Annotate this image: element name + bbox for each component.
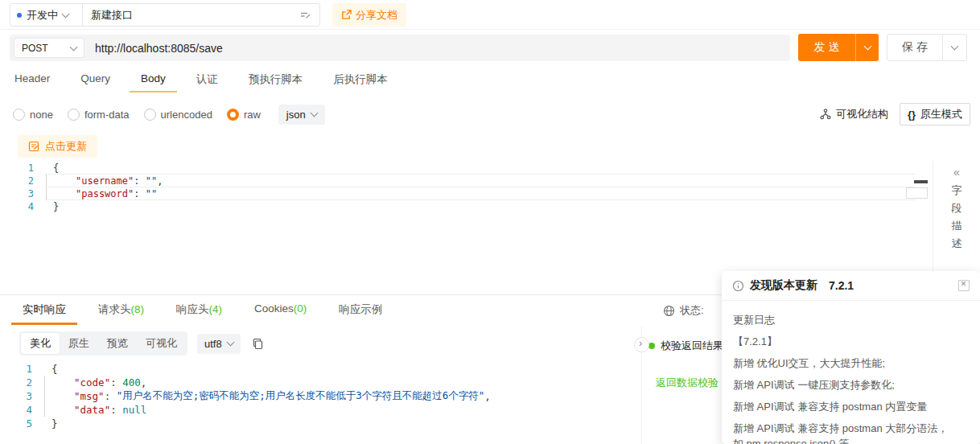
field-description-char: 段: [952, 199, 962, 217]
changelog-line: 如 pm.response.json() 等: [733, 438, 969, 444]
share-icon: [341, 10, 352, 20]
request-tab-后执行脚本[interactable]: 后执行脚本: [322, 68, 399, 92]
method-label: POST: [22, 43, 48, 54]
validation-summary-label: 校验返回结果: [661, 339, 723, 353]
copy-button[interactable]: [252, 338, 264, 350]
code-line: 2"username": "",: [10, 175, 915, 187]
chevron-down-icon: [310, 109, 318, 117]
response-tab-响应头[interactable]: 响应头(4): [165, 295, 233, 325]
method-select[interactable]: POST: [14, 38, 84, 58]
save-options-button[interactable]: [942, 35, 966, 60]
globe-icon: [663, 305, 675, 317]
code-line: 3"password": "": [10, 187, 915, 200]
minimap-marker: [914, 180, 928, 183]
line-number: 4: [19, 404, 43, 416]
line-number: 1: [10, 162, 45, 174]
code-line: 4}: [10, 200, 915, 213]
chevron-down-icon: [70, 43, 78, 51]
radio-label: form-data: [84, 109, 130, 121]
field-description-panel: « 字段描述: [933, 161, 980, 278]
success-dot-icon: [649, 343, 655, 349]
status-dot-icon: [17, 13, 22, 18]
field-description-char: 描: [952, 217, 962, 235]
response-view-segments: 美化原生预览可视化: [19, 331, 187, 356]
copy-icon: [252, 338, 264, 350]
response-tabs: 实时响应请求头(8)响应头(4)Cookies(0)响应示例: [11, 295, 403, 325]
popup-changelog: 更新日志【7.2.1】新增 优化UI交互，大大提升性能;新增 API调试 一键压…: [722, 301, 980, 444]
native-mode-button[interactable]: {} 原生模式: [900, 103, 970, 125]
body-type-radio-raw[interactable]: raw: [227, 109, 261, 121]
version-update-popup: 发现版本更新 7.2.1 更新日志【7.2.1】新增 优化UI交互，大大提升性能…: [722, 271, 980, 444]
request-tab-预执行脚本[interactable]: 预执行脚本: [237, 68, 315, 92]
request-tab-Header[interactable]: Header: [3, 68, 61, 92]
view-segment-预览[interactable]: 预览: [98, 333, 137, 354]
body-type-row: noneform-dataurlencodedraw json 可视化结构 {}…: [13, 102, 970, 126]
chevron-down-icon: [951, 43, 959, 51]
save-button[interactable]: 保 存: [887, 35, 942, 60]
radio-icon: [227, 109, 239, 121]
changelog-line: 新增 优化UI交互，大大提升性能;: [733, 357, 969, 370]
view-segment-原生[interactable]: 原生: [60, 333, 98, 354]
share-doc-button[interactable]: 分享文档: [332, 3, 406, 27]
field-description-chars: 字段描述: [952, 182, 962, 253]
encoding-select[interactable]: utf8: [197, 334, 241, 354]
validation-link[interactable]: 返回数据校验: [656, 376, 719, 390]
response-tab-实时响应[interactable]: 实时响应: [11, 295, 77, 325]
status-area: 状态:: [663, 303, 704, 318]
radio-icon: [68, 109, 80, 121]
click-update-button[interactable]: 点击更新: [18, 135, 97, 158]
request-tabs: HeaderQueryBody认证预执行脚本后执行脚本: [3, 68, 407, 92]
top-bar: 开发中 分享文档: [0, 0, 980, 30]
changelog-line: 更新日志: [733, 314, 969, 327]
api-status-select[interactable]: 开发中: [10, 4, 83, 26]
raw-format-select[interactable]: json: [278, 105, 325, 125]
changelog-line: 新增 API调试 兼容支持 postman 大部分语法，: [733, 422, 969, 435]
response-tab-请求头[interactable]: 请求头(8): [87, 295, 155, 325]
body-type-radio-none[interactable]: none: [13, 109, 53, 121]
view-segment-美化[interactable]: 美化: [21, 333, 60, 354]
request-tab-Query[interactable]: Query: [69, 68, 121, 92]
response-tab-响应示例[interactable]: 响应示例: [327, 295, 393, 325]
visual-structure-label: 可视化结构: [836, 107, 888, 121]
expand-panel-button[interactable]: [634, 337, 649, 352]
response-tab-Cookies[interactable]: Cookies(0): [243, 295, 318, 325]
popup-version: 7.2.1: [829, 279, 854, 292]
visual-structure-button[interactable]: 可视化结构: [820, 107, 888, 121]
api-name-input[interactable]: [83, 9, 299, 21]
body-type-options: noneform-dataurlencodedraw: [13, 109, 275, 121]
share-doc-label: 分享文档: [356, 8, 397, 23]
info-icon: [732, 280, 744, 292]
response-editor[interactable]: 1{2"code": 400,3"msg": "用户名不能为空;密码不能为空;用…: [19, 362, 636, 430]
url-input[interactable]: [84, 42, 790, 55]
request-tab-认证[interactable]: 认证: [185, 68, 229, 92]
changelog-line: 新增 API调试 兼容支持 postman 内置变量: [733, 401, 969, 413]
line-number: 2: [19, 376, 43, 388]
close-icon[interactable]: [958, 280, 970, 291]
braces-icon: {}: [908, 109, 916, 121]
minimap-viewport[interactable]: [906, 187, 928, 199]
line-number: 1: [19, 363, 43, 375]
send-button[interactable]: 发 送: [798, 34, 855, 61]
native-mode-label: 原生模式: [920, 107, 962, 121]
response-toolbar: 美化原生预览可视化 utf8: [19, 331, 264, 356]
radio-label: none: [30, 109, 53, 121]
field-description-char: 述: [952, 235, 962, 253]
send-options-button[interactable]: [855, 34, 879, 61]
changelog-line: 【7.2.1】: [733, 335, 969, 348]
request-tab-Body[interactable]: Body: [130, 68, 177, 92]
body-editor[interactable]: 1{2"username": "",3"password": ""4}: [10, 162, 915, 213]
chevron-down-icon: [62, 10, 70, 18]
body-type-radio-form-data[interactable]: form-data: [68, 109, 130, 121]
popup-header: 发现版本更新 7.2.1: [722, 271, 980, 301]
radio-label: raw: [244, 109, 261, 121]
chevron-down-icon: [226, 339, 234, 347]
body-type-radio-urlencoded[interactable]: urlencoded: [144, 109, 212, 121]
collapse-left-icon[interactable]: «: [953, 166, 960, 179]
line-number: 2: [10, 175, 45, 187]
code-line: 5}: [19, 417, 636, 430]
validation-summary: 校验返回结果: [649, 339, 723, 353]
view-segment-可视化[interactable]: 可视化: [137, 333, 186, 354]
send-button-group: 发 送: [798, 34, 879, 61]
encoding-label: utf8: [204, 338, 222, 350]
api-name-group: 开发中: [10, 3, 320, 27]
